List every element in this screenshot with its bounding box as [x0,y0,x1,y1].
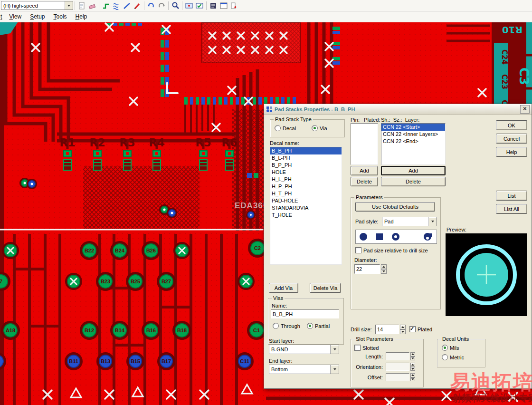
pcb-pad[interactable] [65,273,82,290]
slotted-checkbox[interactable]: Slotted [354,345,379,351]
pcb-pad[interactable]: B23 [96,272,115,291]
pcb-pad[interactable]: B25 [126,272,145,291]
chevron-down-icon[interactable] [330,365,339,374]
add-pin-button[interactable]: Add [351,166,378,175]
list-item[interactable]: PAD-HOLE [270,197,342,204]
help-button[interactable]: Help [496,147,527,157]
spin-up-icon[interactable] [400,325,406,329]
cancel-button[interactable]: Cancel [496,134,527,144]
pcb-pad[interactable]: C1 [247,321,266,340]
decal-name-list[interactable]: B_B_PH B_L-PH B_P_PH HOLE H_L_PH H_P_PH … [270,147,342,265]
decal-radio[interactable]: Decal [275,125,296,131]
list-all-button[interactable]: List All [496,204,527,214]
list-item[interactable]: STANDARDVIA [270,204,342,212]
metric-radio[interactable]: Metric [442,354,464,360]
pcb-pad[interactable]: C11 [236,352,254,370]
redo-icon[interactable] [156,0,167,11]
layer-list[interactable]: CCN 22 <Start> CCN 22 <Inner Layers> CCN… [381,123,446,165]
list-item[interactable]: CCN 22 <End> [381,138,445,145]
add-layer-button[interactable]: Add [381,166,446,175]
sketch-line-icon[interactable] [122,0,132,11]
pcb-pad[interactable]: B11 [65,352,83,370]
menu-item-view[interactable]: View [5,12,26,21]
spin-down-icon[interactable] [410,367,415,371]
pcb-pad[interactable]: B15 [126,352,144,370]
chevron-down-icon[interactable] [330,345,339,354]
list-item[interactable]: B_L-PH [270,154,342,162]
spin-down-icon[interactable] [410,357,415,361]
spin-up-icon[interactable] [410,352,415,357]
route-icon[interactable] [101,0,111,11]
undo-icon[interactable] [146,0,156,11]
orientation-spinner[interactable] [410,363,415,371]
pencil-icon[interactable] [132,0,142,11]
end-layer-select[interactable]: Bottom [269,365,339,374]
spin-down-icon[interactable] [400,329,406,334]
window-icon[interactable] [218,0,229,11]
spin-up-icon[interactable] [410,363,415,367]
list-item[interactable]: T_HOLE [270,212,342,219]
menu-item-edit-clipped[interactable]: t [0,12,5,21]
pcb-pad[interactable]: A18 [1,321,20,340]
menu-item-tools[interactable]: Tools [49,12,71,21]
delete-via-button[interactable]: Delete Via [310,283,341,293]
start-layer-select[interactable]: B-GND [269,345,339,354]
list-item[interactable]: CCN 22 <Start> [381,124,445,131]
spin-down-icon[interactable] [381,269,387,274]
length-input[interactable] [386,352,409,360]
pcb-pad[interactable]: B24 [110,241,129,260]
drill-size-input[interactable] [375,325,399,334]
list-button[interactable]: List [496,191,527,201]
design-scheme-combo[interactable]: (H) high-speed [1,1,73,10]
spin-down-icon[interactable] [410,377,415,382]
via-radio[interactable]: Via [312,125,327,131]
length-spinner[interactable] [410,352,415,360]
square-pad-icon[interactable] [376,233,383,240]
pcb-pad[interactable] [2,242,19,259]
pcb-pad[interactable]: B26 [142,241,161,260]
export-icon[interactable] [229,0,239,11]
pcb-pad[interactable]: B13 [96,352,114,370]
orientation-input[interactable] [386,363,409,371]
spin-up-icon[interactable] [410,373,415,377]
drill-size-spinner[interactable] [400,325,406,334]
close-icon[interactable] [520,105,530,114]
zoom-icon[interactable] [170,0,180,11]
list-item[interactable]: B_P_PH [270,162,342,169]
board-view-icon[interactable] [184,0,194,11]
pcb-pad[interactable]: B22 [80,241,99,260]
annular-pad-icon[interactable] [392,233,399,241]
chevron-down-icon[interactable] [65,1,73,10]
pad-style-select[interactable]: Pad [382,217,437,226]
list-item[interactable]: H_L_PH [270,176,342,183]
diameter-spinner[interactable] [381,264,387,274]
pin-list[interactable] [351,123,378,165]
diameter-input[interactable] [354,264,380,274]
pcb-pad[interactable]: B16 [142,321,161,340]
ok-button[interactable]: OK [496,120,527,130]
use-global-defaults-button[interactable]: Use Global Defaults [355,202,435,212]
report-icon[interactable] [208,0,218,11]
page-icon[interactable] [76,0,87,11]
offset-spinner[interactable] [410,373,415,381]
pcb-pad[interactable] [173,242,190,259]
verify-icon[interactable] [194,0,205,11]
spin-up-icon[interactable] [381,264,387,269]
add-via-button[interactable]: Add Via [269,283,298,293]
delete-layer-button[interactable]: Delete [381,177,446,186]
pcb-pad[interactable]: B14 [110,321,129,340]
round-pad-icon[interactable] [360,233,367,241]
plated-checkbox[interactable]: Plated [409,326,432,332]
eraser-icon[interactable] [87,0,97,11]
list-item[interactable]: H_T_PH [270,190,342,197]
pcb-pad[interactable]: B12 [80,321,99,340]
list-item[interactable]: HOLE [270,169,342,176]
pcb-pad[interactable]: B18 [172,321,191,340]
pcb-pad[interactable]: B27 [157,272,176,291]
pcb-pad[interactable]: B17 [157,352,175,370]
through-radio[interactable]: Through [273,323,300,329]
pad-size-relative-checkbox[interactable]: Pad size relative to drill size [355,247,428,253]
list-item[interactable]: B_B_PH [270,147,342,154]
list-item[interactable]: H_P_PH [270,183,342,190]
pcb-pad[interactable] [238,273,255,290]
